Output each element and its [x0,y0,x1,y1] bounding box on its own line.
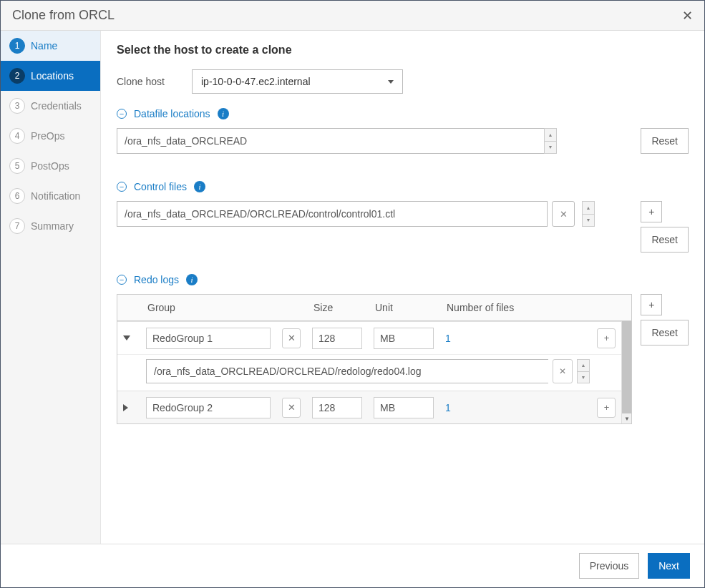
redo-add-button[interactable]: + [641,294,662,315]
step-label: PostOps [31,160,69,172]
redo-numfiles-link[interactable]: 1 [445,402,451,413]
previous-button[interactable]: Previous [579,553,639,579]
collapse-icon[interactable]: − [117,109,127,119]
collapse-icon[interactable]: − [117,182,127,192]
spinner-down-icon[interactable]: ▼ [578,372,589,383]
step-label: Name [31,40,57,52]
redo-group-input[interactable]: RedoGroup 1 [146,328,271,349]
redo-unit-input[interactable]: MB [374,397,434,418]
redo-table-body: RedoGroup 1 ✕ 128 MB 1 + /ora_nfs_data_O… [117,321,621,423]
redo-group-input[interactable]: RedoGroup 2 [146,397,271,418]
redo-size-input[interactable]: 128 [312,397,362,418]
wizard-sidebar: 1 Name 2 Locations 3 Credentials 4 PreOp… [1,31,101,544]
redo-row-add-button[interactable]: + [597,328,616,348]
clone-dialog: Clone from ORCL ✕ 1 Name 2 Locations 3 C… [0,0,705,588]
collapse-icon[interactable]: − [117,275,127,285]
th-size: Size [306,295,368,320]
close-icon[interactable]: ✕ [682,8,693,24]
dialog-body: 1 Name 2 Locations 3 Credentials 4 PreOp… [1,31,704,544]
main-panel: Select the host to create a clone Clone … [101,31,704,544]
spinner-up-icon[interactable]: ▲ [578,360,589,372]
page-heading: Select the host to create a clone [117,44,689,57]
datafile-title: Datafile locations [134,108,210,119]
step-number: 4 [9,128,25,144]
redo-table: Group Size Unit Number of files [117,294,632,424]
clone-host-label: Clone host [117,76,192,87]
step-name[interactable]: 1 Name [1,31,100,61]
redo-row-add-button[interactable]: + [597,398,616,418]
redo-table-header: Group Size Unit Number of files [117,295,631,321]
redo-row-delete-button[interactable]: ✕ [282,328,301,348]
redo-table-section: Group Size Unit Number of files [117,294,689,424]
datafile-reset-button[interactable]: Reset [641,128,689,154]
step-number: 3 [9,98,25,114]
step-summary[interactable]: 7 Summary [1,211,100,241]
titlebar: Clone from ORCL ✕ [1,1,704,31]
scrollbar-down-icon[interactable]: ▼ [622,413,631,423]
redo-row-delete-button[interactable]: ✕ [282,398,301,418]
scrollbar-thumb[interactable] [622,321,631,413]
redo-size-input[interactable]: 128 [312,328,362,349]
control-reset-button[interactable]: Reset [641,227,689,253]
step-locations[interactable]: 2 Locations [1,61,100,91]
control-add-button[interactable]: + [641,201,662,222]
step-number: 6 [9,188,25,204]
redo-subrow: /ora_nfs_data_ORCLREAD/ORCLREAD/redolog/… [117,354,621,391]
clone-host-select[interactable]: ip-10-0-0-47.ec2.internal [192,69,403,94]
caret-down-icon [388,80,394,84]
datafile-header: − Datafile locations i [117,108,689,119]
redo-header: − Redo logs i [117,274,689,285]
th-numfiles: Number of files [439,295,587,320]
step-label: Summary [31,220,74,232]
step-label: PreOps [31,130,64,142]
spinner-up-icon[interactable]: ▲ [583,202,594,215]
redo-file-delete-button[interactable]: ✕ [553,359,573,383]
expand-toggle-icon[interactable] [123,335,130,340]
control-header: − Control files i [117,181,689,192]
next-button[interactable]: Next [648,553,690,579]
control-title: Control files [134,181,187,192]
step-number: 7 [9,218,25,234]
info-icon: i [186,274,198,285]
control-path-input[interactable]: /ora_nfs_data_ORCLREAD/ORCLREAD/control/… [117,201,548,227]
datafile-path-spinner[interactable]: ▲ ▼ [544,128,557,154]
step-notification[interactable]: 6 Notification [1,181,100,211]
redo-file-spinner[interactable]: ▲ ▼ [577,359,590,383]
step-preops[interactable]: 4 PreOps [1,121,100,151]
datafile-section: /ora_nfs_data_ORCLREAD ▲ ▼ Reset [117,128,689,160]
control-section: /ora_nfs_data_ORCLREAD/ORCLREAD/control/… [117,201,689,253]
dialog-title: Clone from ORCL [12,8,682,23]
step-postops[interactable]: 5 PostOps [1,151,100,181]
clone-host-row: Clone host ip-10-0-0-47.ec2.internal [117,69,689,94]
info-icon: i [218,108,229,119]
redo-reset-button[interactable]: Reset [641,320,689,346]
info-icon: i [194,181,205,192]
control-delete-button[interactable]: ✕ [552,201,575,227]
redo-row: RedoGroup 1 ✕ 128 MB 1 + [117,321,621,354]
step-number: 2 [9,68,25,84]
control-spinner[interactable]: ▲ ▼ [582,201,595,227]
th-unit: Unit [368,295,439,320]
step-number: 1 [9,38,25,54]
spinner-down-icon[interactable]: ▼ [583,215,594,227]
redo-title: Redo logs [134,274,179,285]
redo-numfiles-link[interactable]: 1 [445,333,451,344]
redo-table-scrollbar[interactable]: ▼ [621,321,631,423]
step-label: Credentials [31,100,82,112]
datafile-path-input[interactable]: /ora_nfs_data_ORCLREAD [117,128,544,154]
step-label: Locations [31,70,74,82]
redo-row: RedoGroup 2 ✕ 128 MB 1 + [117,391,621,423]
step-number: 5 [9,158,25,174]
redo-file-path-input[interactable]: /ora_nfs_data_ORCLREAD/ORCLREAD/redolog/… [146,359,548,383]
th-group: Group [140,295,276,320]
spinner-down-icon[interactable]: ▼ [545,142,556,154]
step-label: Notification [31,190,80,202]
redo-unit-input[interactable]: MB [374,328,434,349]
expand-toggle-icon[interactable] [123,404,128,411]
spinner-up-icon[interactable]: ▲ [545,129,556,142]
step-credentials[interactable]: 3 Credentials [1,91,100,121]
clone-host-value: ip-10-0-0-47.ec2.internal [201,76,311,87]
dialog-footer: Previous Next [1,544,704,587]
